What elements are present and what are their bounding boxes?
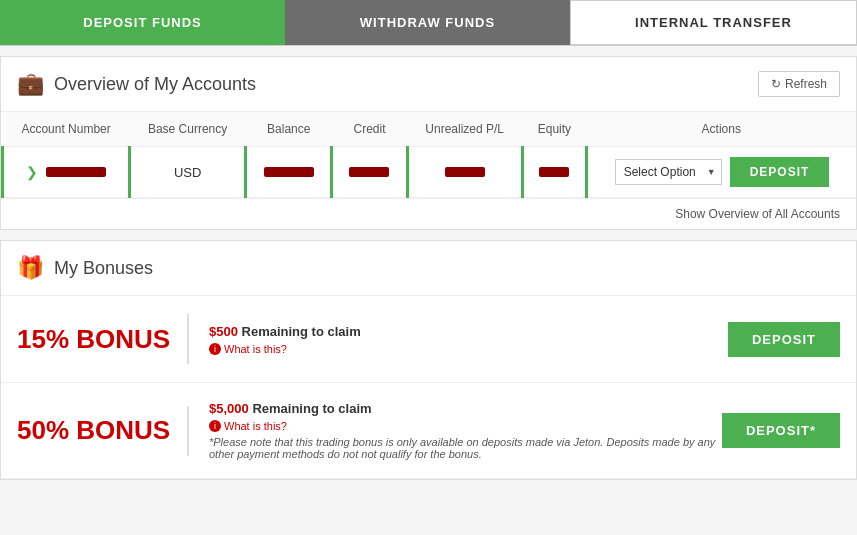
bonus-50-label: 50% BONUS (17, 415, 187, 446)
col-unrealized-pl: Unrealized P/L (407, 112, 522, 147)
bonus-50-info: $5,000 Remaining to claim i What is this… (209, 401, 722, 460)
internal-transfer-button[interactable]: INTERNAL TRANSFER (570, 0, 857, 45)
chevron-down-icon[interactable]: ❯ (26, 164, 38, 180)
info-icon-15: i (209, 343, 221, 355)
bonus-15-what-label: What is this? (224, 343, 287, 355)
bonus-15-amount: $500 (209, 324, 238, 339)
col-account-number: Account Number (3, 112, 130, 147)
refresh-label: Refresh (785, 77, 827, 91)
bonus-row-15: 15% BONUS $500 Remaining to claim i What… (1, 296, 856, 383)
equity-redacted (539, 167, 569, 177)
info-icon-50: i (209, 420, 221, 432)
bonus-50-claim: $5,000 Remaining to claim (209, 401, 722, 416)
bonus-50-note: *Please note that this trading bonus is … (209, 436, 722, 460)
action-select-wrapper[interactable]: Select Option (615, 159, 722, 185)
bonus-15-claim: $500 Remaining to claim (209, 324, 728, 339)
briefcase-icon: 💼 (17, 71, 44, 97)
cell-balance (246, 147, 332, 198)
bonus-50-what-label: What is this? (224, 420, 287, 432)
col-base-currency: Base Currency (130, 112, 246, 147)
table-header-row: Account Number Base Currency Balance Cre… (3, 112, 857, 147)
bonus-50-deposit-button[interactable]: DEPOSIT* (722, 413, 840, 448)
cell-equity (522, 147, 586, 198)
bonus-50-divider (187, 406, 189, 456)
col-balance: Balance (246, 112, 332, 147)
balance-redacted (264, 167, 314, 177)
gift-icon: 🎁 (17, 255, 44, 281)
show-all-label: Show Overview of All Accounts (675, 207, 840, 221)
cell-account-number: ❯ (3, 147, 130, 198)
accounts-table: Account Number Base Currency Balance Cre… (1, 112, 856, 198)
bonus-15-deposit-button[interactable]: DEPOSIT (728, 322, 840, 357)
cell-unrealized-pl (407, 147, 522, 198)
account-number-redacted (46, 167, 106, 177)
cell-credit (332, 147, 407, 198)
col-equity: Equity (522, 112, 586, 147)
credit-redacted (349, 167, 389, 177)
bonuses-title: My Bonuses (54, 258, 153, 279)
bonus-15-info: $500 Remaining to claim i What is this? (209, 324, 728, 355)
bonuses-header: 🎁 My Bonuses (1, 241, 856, 296)
bonus-50-remaining: Remaining to claim (252, 401, 371, 416)
bonus-15-remaining: Remaining to claim (242, 324, 361, 339)
show-all-accounts[interactable]: Show Overview of All Accounts (1, 198, 856, 229)
bonus-50-amount: $5,000 (209, 401, 249, 416)
accounts-title-group: 💼 Overview of My Accounts (17, 71, 256, 97)
bonuses-section: 🎁 My Bonuses 15% BONUS $500 Remaining to… (0, 240, 857, 480)
accounts-section: 💼 Overview of My Accounts ↻ Refresh Acco… (0, 56, 857, 230)
top-navigation: DEPOSIT FUNDS WITHDRAW FUNDS INTERNAL TR… (0, 0, 857, 46)
cell-actions: Select Option DEPOSIT (587, 147, 856, 198)
col-credit: Credit (332, 112, 407, 147)
accounts-title: Overview of My Accounts (54, 74, 256, 95)
account-deposit-button[interactable]: DEPOSIT (730, 157, 830, 187)
cell-currency: USD (130, 147, 246, 198)
refresh-icon: ↻ (771, 77, 781, 91)
deposit-funds-button[interactable]: DEPOSIT FUNDS (0, 0, 285, 45)
withdraw-funds-button[interactable]: WITHDRAW FUNDS (285, 0, 570, 45)
accounts-header: 💼 Overview of My Accounts ↻ Refresh (1, 57, 856, 112)
bonus-15-divider (187, 314, 189, 364)
bonus-15-label: 15% BONUS (17, 324, 187, 355)
action-select[interactable]: Select Option (615, 159, 722, 185)
col-actions: Actions (587, 112, 856, 147)
refresh-button[interactable]: ↻ Refresh (758, 71, 840, 97)
bonus-row-50: 50% BONUS $5,000 Remaining to claim i Wh… (1, 383, 856, 479)
bonus-15-what[interactable]: i What is this? (209, 343, 728, 355)
table-row: ❯ USD (3, 147, 857, 198)
pl-redacted (445, 167, 485, 177)
bonus-50-what[interactable]: i What is this? (209, 420, 722, 432)
